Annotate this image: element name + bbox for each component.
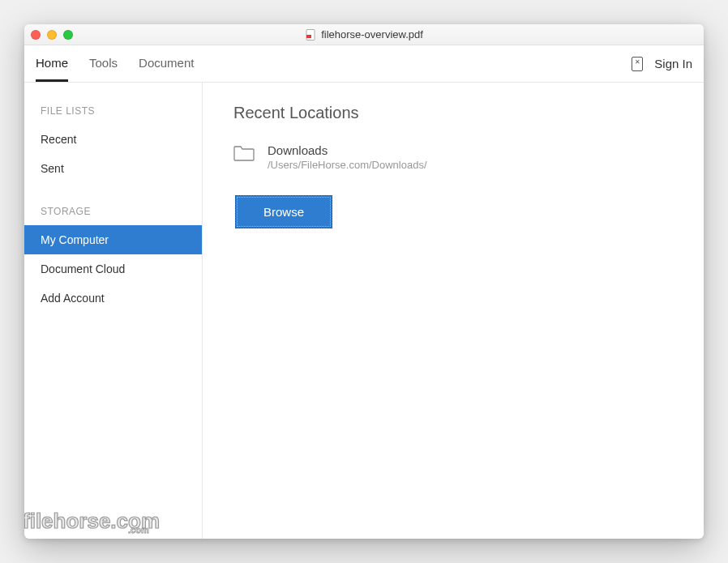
recent-locations-heading: Recent Locations [233,104,673,122]
titlebar: filehorse-overview.pdf [24,24,704,45]
sign-in-button[interactable]: Sign In [654,57,692,70]
tab-tools[interactable]: Tools [89,45,118,82]
close-window-button[interactable] [31,30,41,40]
toolbar: Home Tools Document Sign In [24,45,704,83]
mobile-link-icon[interactable] [632,57,643,71]
content-body: FILE LISTS Recent Sent STORAGE My Comput… [24,83,704,539]
location-text: Downloads /Users/FileHorse.com/Downloads… [268,143,427,171]
window-title: filehorse-overview.pdf [24,28,704,41]
sidebar: FILE LISTS Recent Sent STORAGE My Comput… [24,83,203,539]
app-window: filehorse-overview.pdf Home Tools Docume… [24,24,704,539]
location-path: /Users/FileHorse.com/Downloads/ [268,159,427,171]
minimize-window-button[interactable] [47,30,57,40]
sidebar-item-recent[interactable]: Recent [24,125,202,154]
svg-rect-0 [306,29,315,40]
sidebar-section-header-file-lists: FILE LISTS [24,100,202,125]
browse-button[interactable]: Browse [235,195,332,228]
main-tabs: Home Tools Document [36,45,194,82]
pdf-file-icon [305,29,316,41]
window-controls [31,30,73,40]
tab-document[interactable]: Document [139,45,194,82]
sidebar-item-document-cloud[interactable]: Document Cloud [24,254,202,284]
folder-icon [233,145,255,161]
location-name: Downloads [268,143,427,157]
zoom-window-button[interactable] [63,30,73,40]
sidebar-item-my-computer[interactable]: My Computer [24,225,202,254]
main-panel: Recent Locations Downloads /Users/FileHo… [203,83,704,539]
tab-home[interactable]: Home [36,45,68,82]
sidebar-section-header-storage: STORAGE [24,201,202,225]
location-item-downloads[interactable]: Downloads /Users/FileHorse.com/Downloads… [233,143,673,171]
window-title-text: filehorse-overview.pdf [321,28,423,41]
sidebar-item-sent[interactable]: Sent [24,154,202,183]
toolbar-right: Sign In [632,57,692,71]
sidebar-item-add-account[interactable]: Add Account [24,284,202,313]
